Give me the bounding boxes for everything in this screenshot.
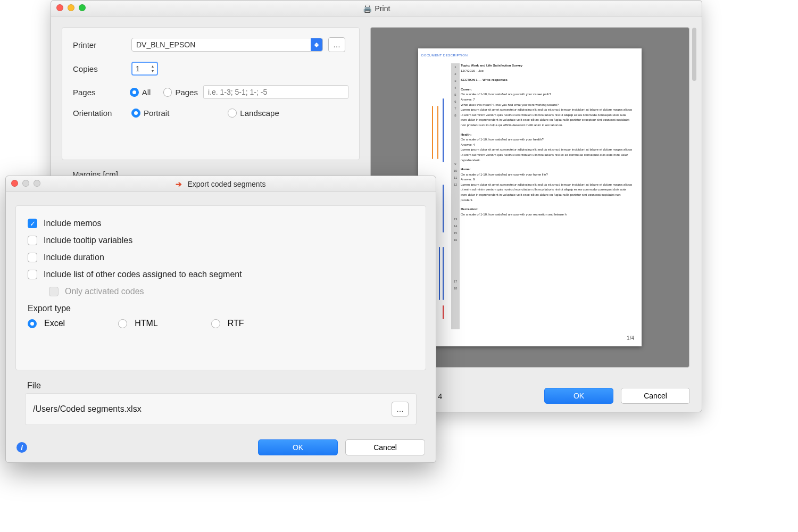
- rtf-label: RTF: [228, 319, 244, 328]
- print-title: Print: [375, 4, 390, 13]
- preview-page: DOCUMENT DESCRIPTION 12345678 9101112 13…: [418, 48, 642, 346]
- print-settings-panel: Printer DV_BLN_EPSON … Copies 1 ▲▼ Pages…: [62, 27, 360, 160]
- minimize-icon[interactable]: [68, 4, 74, 11]
- only-activated-checkbox: [49, 287, 59, 296]
- portrait-label: Portrait: [144, 109, 169, 118]
- print-ok-button[interactable]: OK: [544, 388, 613, 404]
- pages-all-radio[interactable]: [130, 88, 139, 97]
- include-memos-label: Include memos: [44, 219, 102, 228]
- pages-all-label: All: [142, 88, 151, 97]
- export-titlebar: Export coded segments: [6, 176, 436, 192]
- rtf-radio[interactable]: [211, 319, 220, 328]
- printer-select[interactable]: DV_BLN_EPSON: [131, 38, 323, 52]
- print-titlebar: 🖨️ Print: [51, 1, 702, 16]
- include-duration-label: Include duration: [44, 253, 104, 262]
- export-arrow-icon: [176, 180, 184, 188]
- pages-label: Pages: [73, 88, 130, 97]
- export-options-panel: Include memos Include tooltip variables …: [15, 205, 426, 370]
- line-number-gutter: 12345678 9101112 13141516 1718: [451, 63, 460, 329]
- only-activated-label: Only activated codes: [65, 287, 144, 296]
- excel-label: Excel: [44, 319, 65, 328]
- preview-page-number: 1/4: [627, 335, 634, 341]
- copies-stepper[interactable]: 1 ▲▼: [131, 62, 158, 76]
- include-tooltip-checkbox[interactable]: [28, 236, 37, 245]
- preview-scrollbar[interactable]: [692, 28, 696, 81]
- include-memos-checkbox[interactable]: [28, 219, 37, 228]
- file-path-box: /Users/Coded segments.xlsx …: [25, 393, 417, 425]
- include-tooltip-label: Include tooltip variables: [44, 236, 132, 245]
- printer-label: Printer: [73, 40, 131, 49]
- include-other-codes-checkbox[interactable]: [28, 270, 37, 279]
- include-duration-checkbox[interactable]: [28, 253, 37, 262]
- export-dialog: Export coded segments Include memos Incl…: [5, 176, 436, 463]
- pages-range-radio[interactable]: [163, 88, 172, 97]
- zoom-icon: [34, 180, 40, 187]
- pages-range-input[interactable]: [203, 85, 348, 99]
- copies-label: Copies: [73, 64, 131, 73]
- close-icon[interactable]: [56, 4, 63, 11]
- file-path-text: /Users/Coded segments.xlsx: [33, 404, 142, 414]
- export-type-label: Export type: [28, 304, 414, 313]
- preview-body-text: Topic: Work and Life Satisfaction Survey…: [461, 63, 632, 217]
- chevron-updown-icon: [311, 38, 322, 51]
- close-icon[interactable]: [11, 180, 18, 187]
- pages-range-label: Pages: [175, 88, 198, 97]
- print-cancel-button[interactable]: Cancel: [621, 388, 690, 404]
- info-icon[interactable]: i: [16, 442, 27, 453]
- minimize-icon: [22, 180, 29, 187]
- orientation-label: Orientation: [73, 109, 131, 118]
- preview-doc-header: DOCUMENT DESCRIPTION: [421, 54, 468, 57]
- file-browse-button[interactable]: …: [392, 402, 409, 417]
- zoom-icon[interactable]: [79, 4, 86, 11]
- export-title: Export coded segments: [187, 180, 265, 188]
- html-radio[interactable]: [118, 319, 127, 328]
- printer-browse-button[interactable]: …: [328, 37, 345, 52]
- printer-icon: 🖨️: [363, 4, 372, 13]
- export-ok-button[interactable]: OK: [258, 439, 338, 455]
- landscape-radio[interactable]: [228, 109, 237, 118]
- html-label: HTML: [135, 319, 158, 328]
- include-other-codes-label: Include list of other codes assigned to …: [44, 270, 242, 279]
- file-label: File: [27, 381, 41, 390]
- export-cancel-button[interactable]: Cancel: [345, 439, 425, 455]
- excel-radio[interactable]: [28, 319, 37, 328]
- portrait-radio[interactable]: [131, 109, 140, 118]
- landscape-label: Landscape: [240, 109, 279, 118]
